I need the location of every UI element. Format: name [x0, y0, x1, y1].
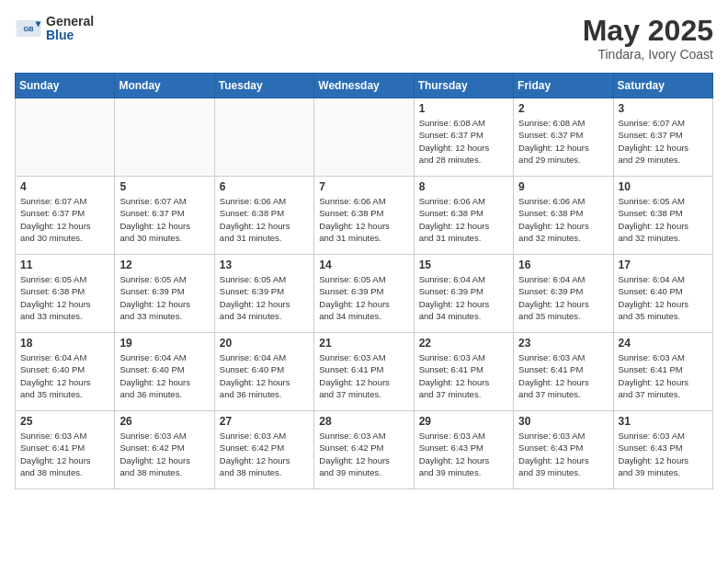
day-info: Sunrise: 6:05 AM Sunset: 6:38 PM Dayligh… — [619, 195, 708, 244]
week-row-5: 25Sunrise: 6:03 AM Sunset: 6:41 PM Dayli… — [16, 411, 713, 489]
day-info: Sunrise: 6:07 AM Sunset: 6:37 PM Dayligh… — [119, 195, 209, 244]
day-cell: 28Sunrise: 6:03 AM Sunset: 6:42 PM Dayli… — [314, 411, 414, 489]
day-number: 1 — [419, 102, 508, 115]
day-info: Sunrise: 6:03 AM Sunset: 6:42 PM Dayligh… — [220, 430, 309, 478]
weekday-header-monday: Monday — [115, 74, 214, 98]
weekday-header-wednesday: Wednesday — [314, 74, 414, 98]
week-row-1: 1Sunrise: 6:08 AM Sunset: 6:37 PM Daylig… — [16, 98, 713, 177]
day-number: 3 — [619, 102, 708, 115]
day-info: Sunrise: 6:04 AM Sunset: 6:40 PM Dayligh… — [119, 351, 209, 400]
day-cell: 5Sunrise: 6:07 AM Sunset: 6:37 PM Daylig… — [115, 177, 214, 255]
day-info: Sunrise: 6:03 AM Sunset: 6:41 PM Dayligh… — [319, 351, 408, 400]
day-number: 23 — [518, 337, 608, 350]
logo: GB General Blue — [15, 15, 94, 43]
day-number: 10 — [619, 180, 708, 193]
day-info: Sunrise: 6:04 AM Sunset: 6:40 PM Dayligh… — [220, 351, 309, 400]
day-number: 4 — [20, 180, 109, 193]
day-info: Sunrise: 6:03 AM Sunset: 6:43 PM Dayligh… — [518, 430, 608, 478]
day-cell: 16Sunrise: 6:04 AM Sunset: 6:39 PM Dayli… — [514, 255, 613, 333]
day-info: Sunrise: 6:05 AM Sunset: 6:39 PM Dayligh… — [319, 273, 408, 322]
day-info: Sunrise: 6:03 AM Sunset: 6:41 PM Dayligh… — [619, 351, 708, 400]
day-number: 7 — [319, 180, 408, 193]
day-cell: 20Sunrise: 6:04 AM Sunset: 6:40 PM Dayli… — [214, 333, 313, 411]
day-info: Sunrise: 6:06 AM Sunset: 6:38 PM Dayligh… — [319, 195, 408, 244]
day-number: 27 — [220, 415, 309, 428]
week-row-4: 18Sunrise: 6:04 AM Sunset: 6:40 PM Dayli… — [16, 333, 713, 411]
day-number: 17 — [619, 259, 708, 271]
week-row-3: 11Sunrise: 6:05 AM Sunset: 6:38 PM Dayli… — [16, 255, 713, 333]
day-info: Sunrise: 6:06 AM Sunset: 6:38 PM Dayligh… — [419, 195, 508, 244]
day-info: Sunrise: 6:04 AM Sunset: 6:40 PM Dayligh… — [20, 351, 109, 400]
day-cell: 31Sunrise: 6:03 AM Sunset: 6:43 PM Dayli… — [613, 411, 712, 489]
day-info: Sunrise: 6:08 AM Sunset: 6:37 PM Dayligh… — [518, 117, 608, 166]
day-cell: 23Sunrise: 6:03 AM Sunset: 6:41 PM Dayli… — [514, 333, 613, 411]
day-info: Sunrise: 6:03 AM Sunset: 6:43 PM Dayligh… — [619, 430, 708, 478]
day-number: 11 — [20, 259, 109, 271]
day-info: Sunrise: 6:04 AM Sunset: 6:39 PM Dayligh… — [518, 273, 608, 322]
day-info: Sunrise: 6:03 AM Sunset: 6:43 PM Dayligh… — [419, 430, 508, 478]
month-year-title: May 2025 — [583, 15, 713, 47]
location-subtitle: Tindara, Ivory Coast — [583, 47, 713, 62]
day-cell: 2Sunrise: 6:08 AM Sunset: 6:37 PM Daylig… — [514, 98, 613, 177]
day-cell: 9Sunrise: 6:06 AM Sunset: 6:38 PM Daylig… — [514, 177, 613, 255]
day-cell: 14Sunrise: 6:05 AM Sunset: 6:39 PM Dayli… — [314, 255, 414, 333]
day-number: 9 — [518, 180, 608, 193]
day-cell: 11Sunrise: 6:05 AM Sunset: 6:38 PM Dayli… — [16, 255, 115, 333]
day-number: 13 — [220, 259, 309, 271]
day-number: 31 — [619, 415, 708, 428]
day-cell — [16, 98, 115, 177]
title-block: May 2025 Tindara, Ivory Coast — [583, 15, 713, 62]
day-info: Sunrise: 6:05 AM Sunset: 6:39 PM Dayligh… — [220, 273, 309, 322]
day-cell: 21Sunrise: 6:03 AM Sunset: 6:41 PM Dayli… — [314, 333, 414, 411]
logo-icon: GB — [15, 15, 42, 42]
day-cell: 4Sunrise: 6:07 AM Sunset: 6:37 PM Daylig… — [16, 177, 115, 255]
day-cell: 10Sunrise: 6:05 AM Sunset: 6:38 PM Dayli… — [613, 177, 712, 255]
day-cell: 25Sunrise: 6:03 AM Sunset: 6:41 PM Dayli… — [16, 411, 115, 489]
page-header: GB General Blue May 2025 Tindara, Ivory … — [15, 15, 713, 62]
day-cell: 3Sunrise: 6:07 AM Sunset: 6:37 PM Daylig… — [613, 98, 712, 177]
day-info: Sunrise: 6:05 AM Sunset: 6:38 PM Dayligh… — [20, 273, 109, 322]
day-cell: 18Sunrise: 6:04 AM Sunset: 6:40 PM Dayli… — [16, 333, 115, 411]
day-cell: 30Sunrise: 6:03 AM Sunset: 6:43 PM Dayli… — [514, 411, 613, 489]
day-cell: 29Sunrise: 6:03 AM Sunset: 6:43 PM Dayli… — [414, 411, 513, 489]
day-info: Sunrise: 6:03 AM Sunset: 6:41 PM Dayligh… — [518, 351, 608, 400]
weekday-header-thursday: Thursday — [414, 74, 513, 98]
logo-text: General Blue — [46, 15, 94, 43]
day-number: 30 — [518, 415, 608, 428]
week-row-2: 4Sunrise: 6:07 AM Sunset: 6:37 PM Daylig… — [16, 177, 713, 255]
weekday-header-tuesday: Tuesday — [214, 74, 313, 98]
day-number: 5 — [119, 180, 209, 193]
logo-blue: Blue — [46, 29, 94, 42]
day-cell: 13Sunrise: 6:05 AM Sunset: 6:39 PM Dayli… — [214, 255, 313, 333]
day-cell: 17Sunrise: 6:04 AM Sunset: 6:40 PM Dayli… — [613, 255, 712, 333]
day-number: 25 — [20, 415, 109, 428]
day-cell: 15Sunrise: 6:04 AM Sunset: 6:39 PM Dayli… — [414, 255, 513, 333]
weekday-header-friday: Friday — [514, 74, 613, 98]
day-number: 15 — [419, 259, 508, 271]
day-cell: 6Sunrise: 6:06 AM Sunset: 6:38 PM Daylig… — [214, 177, 313, 255]
day-cell: 1Sunrise: 6:08 AM Sunset: 6:37 PM Daylig… — [414, 98, 513, 177]
day-info: Sunrise: 6:07 AM Sunset: 6:37 PM Dayligh… — [619, 117, 708, 166]
day-info: Sunrise: 6:03 AM Sunset: 6:41 PM Dayligh… — [419, 351, 508, 400]
day-number: 24 — [619, 337, 708, 350]
day-number: 26 — [119, 415, 209, 428]
day-number: 19 — [119, 337, 209, 350]
day-number: 22 — [419, 337, 508, 350]
day-number: 12 — [119, 259, 209, 271]
day-cell: 22Sunrise: 6:03 AM Sunset: 6:41 PM Dayli… — [414, 333, 513, 411]
day-info: Sunrise: 6:04 AM Sunset: 6:40 PM Dayligh… — [619, 273, 708, 322]
day-number: 29 — [419, 415, 508, 428]
svg-text:GB: GB — [23, 25, 34, 33]
weekday-header-row: SundayMondayTuesdayWednesdayThursdayFrid… — [16, 74, 713, 98]
day-info: Sunrise: 6:04 AM Sunset: 6:39 PM Dayligh… — [419, 273, 508, 322]
day-number: 18 — [20, 337, 109, 350]
day-cell — [314, 98, 414, 177]
day-cell — [115, 98, 214, 177]
day-cell: 7Sunrise: 6:06 AM Sunset: 6:38 PM Daylig… — [314, 177, 414, 255]
day-info: Sunrise: 6:06 AM Sunset: 6:38 PM Dayligh… — [518, 195, 608, 244]
day-info: Sunrise: 6:06 AM Sunset: 6:38 PM Dayligh… — [220, 195, 309, 244]
day-number: 2 — [518, 102, 608, 115]
day-number: 28 — [319, 415, 408, 428]
day-info: Sunrise: 6:07 AM Sunset: 6:37 PM Dayligh… — [20, 195, 109, 244]
day-number: 8 — [419, 180, 508, 193]
